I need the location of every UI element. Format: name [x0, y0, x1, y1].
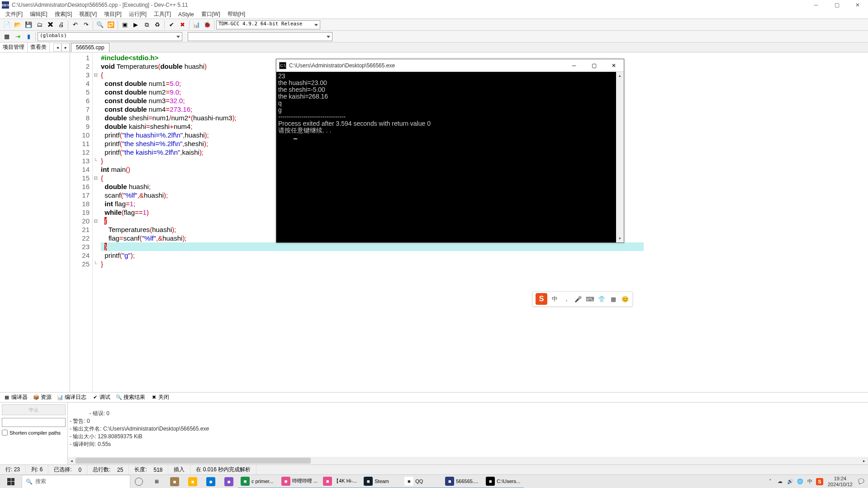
bottom-tabs: ▦编译器📦资源📊编译日志✔调试🔍搜索结果✖关闭: [0, 393, 868, 403]
log-scrollbar[interactable]: ◂ ▸: [68, 457, 868, 464]
debug-icon[interactable]: ✔: [166, 20, 176, 30]
tray-ime-icon[interactable]: 中: [806, 475, 814, 488]
fold-gutter[interactable]: ⊟ └ ⊟ ⊟ └: [93, 52, 98, 392]
ime-toolbar[interactable]: S 中 ， 🎤 ⌨ 👕 ▦ 😊: [532, 291, 633, 307]
tray-network-icon[interactable]: 🌐: [796, 475, 804, 488]
find-icon[interactable]: 🔍: [95, 20, 105, 30]
save-all-icon[interactable]: 🗂: [34, 20, 44, 30]
bottom-tab[interactable]: 📦资源: [31, 393, 53, 402]
tray-volume-icon[interactable]: 🔊: [786, 475, 794, 488]
redo-icon[interactable]: ↷: [81, 20, 91, 30]
print-icon[interactable]: 🖨: [56, 20, 66, 30]
cortana-circle-icon[interactable]: [135, 478, 143, 486]
taskbar-app[interactable]: ■: [184, 475, 202, 488]
ime-emoji-icon[interactable]: 😊: [621, 294, 630, 303]
sidebar-prev-icon[interactable]: ◂: [53, 43, 62, 52]
taskbar-app[interactable]: ■Steam: [361, 475, 402, 488]
taskbar-app[interactable]: ■QQ: [402, 475, 442, 488]
insert-icon[interactable]: ⇥: [13, 32, 23, 42]
taskbar-clock[interactable]: 19:242024/10/12: [825, 476, 855, 488]
taskbar-app[interactable]: ■: [166, 475, 184, 488]
bottom-tab[interactable]: ✖关闭: [149, 393, 171, 402]
compile-log[interactable]: - 错误: 0 - 警告: 0 - 输出文件名: C:\Users\Admini…: [68, 403, 868, 464]
menu-item[interactable]: AStyle: [175, 10, 198, 19]
bottom-tab[interactable]: 📊编译日志: [55, 393, 88, 402]
ime-cn-icon[interactable]: 中: [550, 294, 559, 303]
taskbar-app[interactable]: ■C:\Users...: [483, 475, 524, 488]
taskbar-app[interactable]: ■c primer...: [238, 475, 279, 488]
menu-item[interactable]: 运行[R]: [125, 9, 150, 19]
scroll-left-icon[interactable]: ◂: [68, 457, 76, 464]
maximize-button[interactable]: ▢: [826, 0, 847, 10]
console-scrollbar[interactable]: ▴ ▾: [616, 72, 624, 242]
editor-tab[interactable]: 566565.cpp: [71, 43, 109, 52]
compiler-select[interactable]: TDM-GCC 4.9.2 64-bit Release: [216, 20, 320, 29]
ime-voice-icon[interactable]: 🎤: [574, 294, 583, 303]
taskbar-search[interactable]: 🔍搜索: [22, 475, 130, 488]
taskbar-app[interactable]: ■: [220, 475, 238, 488]
stop-compile-button[interactable]: 中止: [2, 404, 66, 415]
sidebar-next-icon[interactable]: ▸: [62, 43, 70, 52]
sogou-icon[interactable]: S: [536, 293, 547, 305]
bottom-tab[interactable]: 🔍搜索结果: [114, 393, 147, 402]
sidebar-tab-classes[interactable]: 查看类: [28, 43, 50, 52]
run-icon[interactable]: ▶: [131, 20, 141, 30]
menu-item[interactable]: 工具[T]: [150, 9, 175, 19]
save-icon[interactable]: 💾: [24, 20, 33, 30]
sidebar-tab-project[interactable]: 项目管理: [0, 43, 28, 52]
status-insert-mode: 插入: [168, 465, 190, 474]
shorten-paths-checkbox[interactable]: Shorten compiler paths: [2, 430, 66, 436]
minimize-button[interactable]: ─: [806, 0, 826, 10]
menu-item[interactable]: 帮助[H]: [224, 9, 249, 19]
menu-item[interactable]: 窗口[W]: [198, 9, 224, 19]
tray-chevron-icon[interactable]: ˄: [766, 475, 774, 488]
notifications-icon[interactable]: 💬: [857, 475, 865, 488]
ime-keyboard-icon[interactable]: ⌨: [585, 294, 594, 303]
console-body[interactable]: 23 the huashi=23.00 the sheshi=-5.00 the…: [276, 72, 624, 242]
compile-run-icon[interactable]: ⧉: [142, 20, 152, 30]
compile-icon[interactable]: ▣: [120, 20, 130, 30]
scope-select[interactable]: (globals): [38, 32, 182, 41]
close-button[interactable]: ✕: [847, 0, 868, 10]
menu-item[interactable]: 编辑[E]: [26, 9, 51, 19]
scroll-down-icon[interactable]: ▾: [616, 235, 624, 242]
bottom-tab[interactable]: ▦编译器: [2, 393, 29, 402]
new-project-icon[interactable]: ▦: [2, 32, 12, 42]
filter-input[interactable]: [2, 418, 66, 427]
console-minimize-button[interactable]: ─: [564, 59, 584, 72]
stop-icon[interactable]: ✖: [177, 20, 187, 30]
menu-item[interactable]: 文件[F]: [2, 9, 26, 19]
ime-skin-icon[interactable]: 👕: [597, 294, 606, 303]
bookmark-icon[interactable]: ▮: [24, 32, 33, 42]
scroll-up-icon[interactable]: ▴: [616, 72, 624, 80]
scroll-right-icon[interactable]: ▸: [860, 457, 868, 464]
console-window[interactable]: C:\ C:\Users\Administrator\Desktop\56656…: [276, 59, 624, 243]
taskbar-app[interactable]: ■566565....: [442, 475, 483, 488]
ime-punct-icon[interactable]: ，: [562, 294, 571, 303]
bottom-tab[interactable]: ✔调试: [90, 393, 112, 402]
tray-onedrive-icon[interactable]: ☁: [776, 475, 784, 488]
menu-item[interactable]: 视图[V]: [76, 9, 100, 19]
console-maximize-button[interactable]: ▢: [584, 59, 604, 72]
new-file-icon[interactable]: 📄: [2, 20, 12, 30]
console-close-button[interactable]: ✕: [604, 59, 624, 72]
scroll-thumb[interactable]: [76, 458, 311, 464]
profile-icon[interactable]: 📊: [191, 20, 201, 30]
open-file-icon[interactable]: 📂: [13, 20, 23, 30]
menu-item[interactable]: 搜索[S]: [51, 9, 76, 19]
console-titlebar[interactable]: C:\ C:\Users\Administrator\Desktop\56656…: [276, 59, 624, 72]
rebuild-icon[interactable]: ♻: [152, 20, 162, 30]
ime-toolbox-icon[interactable]: ▦: [609, 294, 618, 303]
close-file-icon[interactable]: 🗙: [45, 20, 55, 30]
taskbar-app[interactable]: ■【4K Hi-...: [320, 475, 361, 488]
tray-sogou-icon[interactable]: S: [816, 478, 823, 485]
symbol-select[interactable]: [188, 32, 332, 41]
undo-icon[interactable]: ↶: [70, 20, 80, 30]
replace-icon[interactable]: 🔁: [106, 20, 116, 30]
start-button[interactable]: [0, 475, 22, 488]
taskbar-app[interactable]: ■哔哩哔哩 ...: [279, 475, 320, 488]
task-view-icon[interactable]: ⊞: [147, 475, 166, 488]
bug-icon[interactable]: 🐞: [202, 20, 212, 30]
taskbar-app[interactable]: ■: [202, 475, 220, 488]
menu-item[interactable]: 项目[P]: [100, 9, 125, 19]
